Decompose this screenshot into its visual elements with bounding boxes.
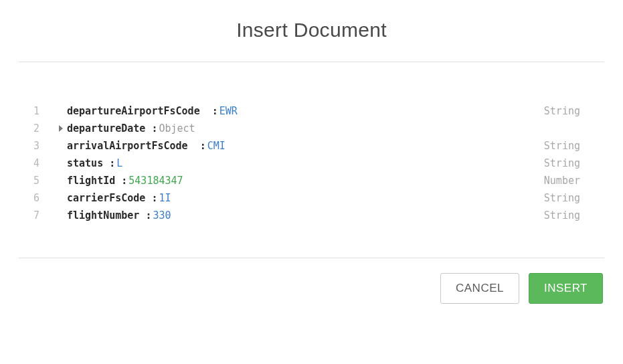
- line-number: 6: [33, 189, 55, 207]
- field-area[interactable]: arrivalAirportFsCode :CMI: [67, 137, 544, 155]
- field-type[interactable]: String: [544, 137, 590, 155]
- field-key[interactable]: flightId: [67, 172, 115, 189]
- key-spacer: [145, 120, 151, 137]
- cancel-button[interactable]: CANCEL: [440, 273, 519, 304]
- dialog-title: Insert Document: [0, 0, 623, 62]
- expand-toggle[interactable]: [55, 125, 67, 132]
- field-type[interactable]: Number: [544, 172, 590, 189]
- field-type[interactable]: String: [544, 189, 590, 207]
- colon: :: [145, 207, 153, 224]
- colon: :: [151, 189, 159, 207]
- document-editor[interactable]: 1departureAirportFsCode :EWRString2depar…: [0, 62, 623, 258]
- key-spacer: [115, 172, 121, 189]
- line-number: 7: [33, 207, 55, 224]
- editor-row[interactable]: 6carrierFsCode :1IString: [33, 189, 590, 207]
- field-key[interactable]: departureDate: [67, 120, 145, 137]
- field-key[interactable]: flightNumber: [67, 207, 139, 224]
- colon: :: [121, 172, 128, 189]
- insert-document-dialog: Insert Document 1departureAirportFsCode …: [0, 0, 623, 364]
- field-type[interactable]: String: [544, 207, 590, 224]
- caret-right-icon: [59, 125, 63, 132]
- line-number: 4: [33, 155, 55, 172]
- field-value[interactable]: EWR: [219, 102, 238, 120]
- field-type[interactable]: String: [544, 155, 590, 172]
- colon: :: [212, 102, 219, 120]
- field-key[interactable]: carrierFsCode: [67, 189, 145, 207]
- field-value[interactable]: CMI: [207, 137, 226, 155]
- editor-row[interactable]: 1departureAirportFsCode :EWRString: [33, 102, 590, 120]
- key-spacer: [145, 189, 151, 207]
- line-number: 3: [33, 137, 55, 155]
- editor-row[interactable]: 2departureDate :Object: [33, 120, 590, 137]
- key-spacer: [188, 137, 200, 155]
- colon: :: [109, 155, 116, 172]
- field-area[interactable]: flightId :543184347: [67, 172, 544, 189]
- field-value[interactable]: 543184347: [128, 172, 183, 189]
- editor-row[interactable]: 5flightId :543184347Number: [33, 172, 590, 189]
- field-key[interactable]: departureAirportFsCode: [67, 102, 200, 120]
- colon: :: [151, 120, 159, 137]
- editor-row[interactable]: 3arrivalAirportFsCode :CMIString: [33, 137, 590, 155]
- colon: :: [200, 137, 207, 155]
- field-area[interactable]: carrierFsCode :1I: [67, 189, 544, 207]
- line-number: 2: [33, 120, 55, 137]
- key-spacer: [103, 155, 109, 172]
- line-number: 1: [33, 102, 55, 120]
- line-number: 5: [33, 172, 55, 189]
- field-value[interactable]: 330: [153, 207, 171, 224]
- field-area[interactable]: departureDate :Object: [67, 120, 580, 137]
- field-area[interactable]: departureAirportFsCode :EWR: [67, 102, 544, 120]
- field-value[interactable]: L: [116, 155, 122, 172]
- field-key[interactable]: arrivalAirportFsCode: [67, 137, 188, 155]
- editor-row[interactable]: 7flightNumber :330String: [33, 207, 590, 224]
- key-spacer: [200, 102, 212, 120]
- key-spacer: [139, 207, 145, 224]
- field-area[interactable]: flightNumber :330: [67, 207, 544, 224]
- field-value[interactable]: 1I: [159, 189, 171, 207]
- field-key[interactable]: status: [67, 155, 103, 172]
- field-area[interactable]: status :L: [67, 155, 544, 172]
- insert-button[interactable]: INSERT: [529, 273, 603, 304]
- dialog-footer: CANCEL INSERT: [0, 258, 623, 318]
- editor-row[interactable]: 4status :LString: [33, 155, 590, 172]
- field-value[interactable]: Object: [159, 120, 195, 137]
- field-type[interactable]: String: [544, 102, 590, 120]
